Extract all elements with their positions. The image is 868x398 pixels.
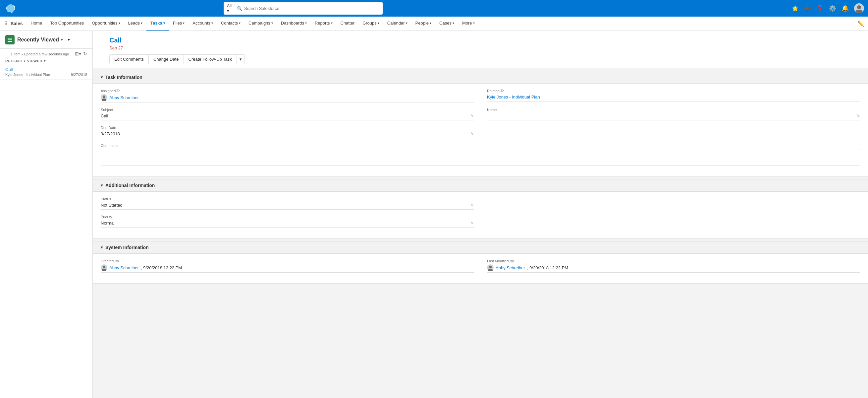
list-item[interactable]: Call Kyle Jones - Individual Plan 9/27/2… xyxy=(0,64,92,80)
nav-item-home[interactable]: Home xyxy=(27,17,46,31)
status-text: Not Started xyxy=(101,203,123,208)
edit-comments-button[interactable]: Edit Comments xyxy=(109,54,149,64)
priority-label: Priority xyxy=(101,215,474,219)
salesforce-logo[interactable] xyxy=(4,2,17,15)
record-checkbox[interactable] xyxy=(101,38,106,43)
additional-information-header[interactable]: ▾ Additional Information xyxy=(93,179,868,192)
system-information-title: System Information xyxy=(105,245,149,250)
last-modified-by-link[interactable]: Abby Schreiber xyxy=(496,265,525,270)
sidebar: Recently Viewed ▾ ▾ 1 item • Updated a f… xyxy=(0,31,93,398)
nav-item-calendar[interactable]: Calendar ▾ xyxy=(383,17,411,31)
created-by-avatar xyxy=(101,264,107,271)
sidebar-list-sort-icon[interactable]: ▾ xyxy=(44,59,46,63)
settings-icon[interactable]: ⚙️ xyxy=(829,5,836,12)
svg-point-13 xyxy=(103,266,105,268)
favorites-icon[interactable]: ⭐ xyxy=(792,5,799,11)
svg-rect-10 xyxy=(8,41,12,42)
name-edit-icon[interactable]: ✎ xyxy=(857,114,860,118)
svg-point-15 xyxy=(489,266,492,268)
svg-point-7 xyxy=(856,10,863,13)
system-information-header[interactable]: ▾ System Information xyxy=(93,241,868,254)
nav-item-contacts[interactable]: Contacts ▾ xyxy=(217,17,245,31)
nav-item-chatter[interactable]: Chatter xyxy=(337,17,359,31)
last-modified-by-field: Last Modified By Abby Schreiber , 9/20/2… xyxy=(487,259,860,273)
nav-edit-icon[interactable]: ✏️ xyxy=(858,21,864,27)
task-information-title: Task Information xyxy=(105,75,143,80)
svg-point-14 xyxy=(102,268,106,271)
svg-point-5 xyxy=(7,4,14,12)
app-menu-icon[interactable]: ⠿ xyxy=(4,21,8,27)
due-date-edit-icon[interactable]: ✎ xyxy=(470,132,474,136)
user-avatar[interactable] xyxy=(854,3,864,13)
notifications-icon[interactable]: 🔔 xyxy=(841,5,849,12)
subject-field: Subject Call ✎ xyxy=(101,108,474,120)
created-by-link[interactable]: Abby Schreiber xyxy=(109,265,139,270)
search-bar: All ▾ 🔍 xyxy=(224,2,383,15)
list-item-subtitle: Kyle Jones - Individual Plan xyxy=(5,73,50,77)
sidebar-title-chevron[interactable]: ▾ xyxy=(61,38,63,42)
nav-item-tasks[interactable]: Tasks ▾ xyxy=(147,17,169,31)
priority-field: Priority Normal ✎ xyxy=(101,215,474,228)
nav-item-files[interactable]: Files ▾ xyxy=(169,17,188,31)
related-to-link[interactable]: Kyle Jones - Individual Plan xyxy=(487,94,540,100)
sidebar-list-header-text: RECENTLY VIEWED xyxy=(5,59,42,63)
nav-item-reports[interactable]: Reports ▾ xyxy=(311,17,337,31)
add-icon[interactable]: ➕ xyxy=(804,5,811,12)
priority-text: Normal xyxy=(101,221,115,226)
additional-info-fields: Status Not Started ✎ Priority Normal ✎ xyxy=(101,197,860,233)
subject-value: Call ✎ xyxy=(101,113,474,120)
nav-item-opportunities[interactable]: Opportunities ▾ xyxy=(88,17,124,31)
top-bar: All ▾ 🔍 ⭐ ➕ ❓ ⚙️ 🔔 xyxy=(0,0,868,17)
comments-label: Comments xyxy=(101,144,860,148)
search-icon: 🔍 xyxy=(237,6,242,11)
list-item-date: 9/27/2018 xyxy=(71,73,87,77)
change-date-button[interactable]: Change Date xyxy=(149,54,184,64)
sidebar-meta-row: 1 item • Updated a few seconds ago ⊞▾ ↻ xyxy=(0,49,92,57)
list-item-sub: Kyle Jones - Individual Plan 9/27/2018 xyxy=(5,73,87,77)
sidebar-refresh[interactable]: ↻ xyxy=(83,51,87,56)
nav-item-groups[interactable]: Groups ▾ xyxy=(359,17,383,31)
name-label: Name xyxy=(487,108,860,112)
assigned-to-link[interactable]: Abby Schreiber xyxy=(109,95,139,100)
priority-value: Normal ✎ xyxy=(101,220,474,228)
nav-item-dashboards[interactable]: Dashboards ▾ xyxy=(277,17,311,31)
nav-item-leads[interactable]: Leads ▾ xyxy=(124,17,147,31)
assigned-to-value: Abby Schreiber xyxy=(101,94,474,103)
nav-item-people[interactable]: People ▾ xyxy=(411,17,435,31)
sidebar-view-toggle[interactable]: ⊞▾ xyxy=(75,51,81,56)
sidebar-header: Recently Viewed ▾ ▾ xyxy=(0,31,92,49)
sidebar-dropdown-button[interactable]: ▾ xyxy=(66,37,72,43)
nav-item-campaigns[interactable]: Campaigns ▾ xyxy=(245,17,277,31)
additional-info-chevron: ▾ xyxy=(101,183,103,188)
priority-edit-icon[interactable]: ✎ xyxy=(470,221,474,226)
system-information-body: Created By Abby Schreiber , 9/20/2018 12… xyxy=(93,254,868,283)
svg-point-11 xyxy=(103,95,105,98)
subject-edit-icon[interactable]: ✎ xyxy=(470,114,474,118)
nav-item-top-opportunities[interactable]: Top Opportunities xyxy=(46,17,88,31)
search-all-dropdown[interactable]: All ▾ xyxy=(227,3,234,13)
additional-information-section: ▾ Additional Information Status Not Star… xyxy=(93,179,868,238)
status-edit-icon[interactable]: ✎ xyxy=(470,203,474,208)
nav-item-accounts[interactable]: Accounts ▾ xyxy=(188,17,217,31)
help-icon[interactable]: ❓ xyxy=(816,5,824,12)
status-label: Status xyxy=(101,197,474,201)
sidebar-title: Recently Viewed xyxy=(17,37,59,43)
name-value: ✎ xyxy=(487,113,860,120)
actions-dropdown-button[interactable]: ▾ xyxy=(237,54,245,64)
svg-rect-8 xyxy=(8,38,12,38)
record-title[interactable]: Call xyxy=(109,36,122,44)
record-actions: Edit Comments Change Date Create Follow-… xyxy=(109,54,860,64)
assigned-to-label: Assigned To xyxy=(101,89,474,93)
created-by-value: Abby Schreiber , 9/20/2018 12:22 PM xyxy=(101,264,474,273)
search-input[interactable] xyxy=(244,6,379,11)
nav-item-more[interactable]: More ▾ xyxy=(458,17,479,31)
task-information-header[interactable]: ▾ Task Information xyxy=(93,71,868,84)
nav-item-cases[interactable]: Cases ▾ xyxy=(435,17,458,31)
comments-value xyxy=(101,149,860,166)
sidebar-list-icon xyxy=(5,35,14,45)
system-info-fields: Created By Abby Schreiber , 9/20/2018 12… xyxy=(101,259,860,278)
app-name: Sales xyxy=(10,21,23,26)
create-followup-button[interactable]: Create Follow-Up Task xyxy=(184,54,237,64)
due-date-value: 9/27/2018 ✎ xyxy=(101,131,474,138)
created-by-date: , 9/20/2018 12:22 PM xyxy=(141,265,182,270)
